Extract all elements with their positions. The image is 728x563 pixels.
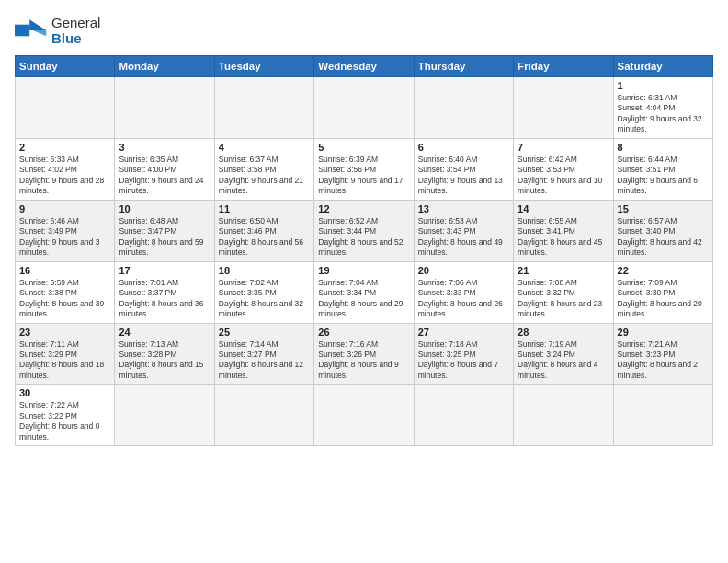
day-info: Sunrise: 7:06 AM Sunset: 3:33 PM Dayligh… bbox=[418, 278, 509, 320]
day-number: 21 bbox=[518, 265, 609, 276]
day-number: 18 bbox=[219, 265, 310, 276]
day-number: 5 bbox=[318, 142, 409, 153]
calendar-cell bbox=[115, 77, 214, 139]
day-number: 11 bbox=[219, 203, 310, 214]
svg-marker-1 bbox=[29, 19, 46, 30]
day-number: 6 bbox=[418, 142, 509, 153]
weekday-header-friday: Friday bbox=[514, 56, 613, 77]
day-info: Sunrise: 6:50 AM Sunset: 3:46 PM Dayligh… bbox=[219, 216, 310, 259]
calendar-cell: 19Sunrise: 7:04 AM Sunset: 3:34 PM Dayli… bbox=[314, 261, 414, 323]
day-number: 24 bbox=[119, 327, 210, 338]
day-info: Sunrise: 6:53 AM Sunset: 3:43 PM Dayligh… bbox=[418, 216, 509, 259]
calendar-cell: 21Sunrise: 7:08 AM Sunset: 3:32 PM Dayli… bbox=[514, 261, 613, 323]
day-number: 14 bbox=[518, 203, 609, 214]
calendar-cell: 7Sunrise: 6:42 AM Sunset: 3:53 PM Daylig… bbox=[514, 138, 613, 200]
day-info: Sunrise: 6:39 AM Sunset: 3:56 PM Dayligh… bbox=[318, 155, 409, 197]
day-number: 15 bbox=[618, 203, 709, 214]
weekday-header-sunday: Sunday bbox=[16, 56, 115, 77]
day-info: Sunrise: 6:52 AM Sunset: 3:44 PM Dayligh… bbox=[318, 216, 409, 259]
calendar-cell: 18Sunrise: 7:02 AM Sunset: 3:35 PM Dayli… bbox=[214, 261, 313, 323]
day-info: Sunrise: 7:19 AM Sunset: 3:24 PM Dayligh… bbox=[518, 339, 609, 382]
day-number: 10 bbox=[119, 203, 210, 214]
day-info: Sunrise: 7:18 AM Sunset: 3:25 PM Dayligh… bbox=[418, 339, 509, 382]
calendar-cell: 10Sunrise: 6:48 AM Sunset: 3:47 PM Dayli… bbox=[115, 200, 214, 261]
calendar-cell bbox=[16, 77, 115, 139]
weekday-header-thursday: Thursday bbox=[414, 56, 513, 77]
day-number: 26 bbox=[318, 327, 409, 338]
calendar-cell bbox=[514, 385, 613, 446]
calendar-cell: 4Sunrise: 6:37 AM Sunset: 3:58 PM Daylig… bbox=[214, 138, 313, 200]
calendar-cell: 15Sunrise: 6:57 AM Sunset: 3:40 PM Dayli… bbox=[613, 200, 712, 261]
day-number: 16 bbox=[19, 265, 110, 276]
day-info: Sunrise: 7:13 AM Sunset: 3:28 PM Dayligh… bbox=[119, 339, 210, 382]
calendar-week-3: 16Sunrise: 6:59 AM Sunset: 3:38 PM Dayli… bbox=[16, 261, 713, 323]
weekday-header-monday: Monday bbox=[115, 56, 214, 77]
calendar-week-5: 30Sunrise: 7:22 AM Sunset: 3:22 PM Dayli… bbox=[16, 385, 713, 446]
weekday-header-saturday: Saturday bbox=[613, 56, 712, 77]
day-info: Sunrise: 7:01 AM Sunset: 3:37 PM Dayligh… bbox=[119, 278, 210, 320]
day-info: Sunrise: 6:55 AM Sunset: 3:41 PM Dayligh… bbox=[518, 216, 609, 259]
day-number: 22 bbox=[618, 265, 709, 276]
day-number: 1 bbox=[618, 80, 709, 91]
day-info: Sunrise: 7:14 AM Sunset: 3:27 PM Dayligh… bbox=[219, 339, 310, 382]
calendar-cell: 12Sunrise: 6:52 AM Sunset: 3:44 PM Dayli… bbox=[314, 200, 414, 261]
calendar-cell: 26Sunrise: 7:16 AM Sunset: 3:26 PM Dayli… bbox=[314, 323, 414, 385]
day-number: 28 bbox=[518, 327, 609, 338]
day-number: 30 bbox=[19, 387, 110, 398]
calendar-week-0: 1Sunrise: 6:31 AM Sunset: 4:04 PM Daylig… bbox=[16, 77, 713, 139]
calendar-cell: 27Sunrise: 7:18 AM Sunset: 3:25 PM Dayli… bbox=[414, 323, 513, 385]
day-info: Sunrise: 7:08 AM Sunset: 3:32 PM Dayligh… bbox=[518, 278, 609, 320]
day-info: Sunrise: 7:11 AM Sunset: 3:29 PM Dayligh… bbox=[19, 339, 110, 382]
calendar-cell bbox=[414, 385, 513, 446]
day-number: 12 bbox=[318, 203, 409, 214]
calendar-cell: 23Sunrise: 7:11 AM Sunset: 3:29 PM Dayli… bbox=[16, 323, 115, 385]
day-info: Sunrise: 7:09 AM Sunset: 3:30 PM Dayligh… bbox=[618, 278, 709, 320]
day-info: Sunrise: 6:46 AM Sunset: 3:49 PM Dayligh… bbox=[19, 216, 110, 259]
calendar-week-1: 2Sunrise: 6:33 AM Sunset: 4:02 PM Daylig… bbox=[16, 138, 713, 200]
svg-marker-2 bbox=[33, 30, 46, 36]
page: General Blue SundayMondayTuesdayWednesda… bbox=[0, 0, 728, 563]
day-number: 9 bbox=[19, 203, 110, 214]
day-number: 29 bbox=[618, 327, 709, 338]
day-info: Sunrise: 7:21 AM Sunset: 3:23 PM Dayligh… bbox=[618, 339, 709, 382]
header: General Blue bbox=[15, 15, 713, 46]
day-info: Sunrise: 6:59 AM Sunset: 3:38 PM Dayligh… bbox=[19, 278, 110, 320]
calendar-week-2: 9Sunrise: 6:46 AM Sunset: 3:49 PM Daylig… bbox=[16, 200, 713, 261]
calendar-cell bbox=[214, 385, 313, 446]
calendar-cell bbox=[414, 77, 513, 139]
calendar-cell: 6Sunrise: 6:40 AM Sunset: 3:54 PM Daylig… bbox=[414, 138, 513, 200]
calendar-cell: 16Sunrise: 6:59 AM Sunset: 3:38 PM Dayli… bbox=[16, 261, 115, 323]
day-number: 19 bbox=[318, 265, 409, 276]
day-info: Sunrise: 7:22 AM Sunset: 3:22 PM Dayligh… bbox=[19, 400, 110, 442]
svg-rect-0 bbox=[15, 25, 29, 37]
day-number: 25 bbox=[219, 327, 310, 338]
calendar-cell: 17Sunrise: 7:01 AM Sunset: 3:37 PM Dayli… bbox=[115, 261, 214, 323]
calendar-cell bbox=[115, 385, 214, 446]
calendar-cell: 24Sunrise: 7:13 AM Sunset: 3:28 PM Dayli… bbox=[115, 323, 214, 385]
calendar-cell bbox=[514, 77, 613, 139]
day-info: Sunrise: 6:57 AM Sunset: 3:40 PM Dayligh… bbox=[618, 216, 709, 259]
logo-icon bbox=[15, 17, 48, 43]
calendar-cell: 2Sunrise: 6:33 AM Sunset: 4:02 PM Daylig… bbox=[16, 138, 115, 200]
calendar-cell: 20Sunrise: 7:06 AM Sunset: 3:33 PM Dayli… bbox=[414, 261, 513, 323]
day-info: Sunrise: 6:37 AM Sunset: 3:58 PM Dayligh… bbox=[219, 155, 310, 197]
calendar-cell: 9Sunrise: 6:46 AM Sunset: 3:49 PM Daylig… bbox=[16, 200, 115, 261]
calendar-cell: 25Sunrise: 7:14 AM Sunset: 3:27 PM Dayli… bbox=[214, 323, 313, 385]
day-info: Sunrise: 7:04 AM Sunset: 3:34 PM Dayligh… bbox=[318, 278, 409, 320]
day-number: 3 bbox=[119, 142, 210, 153]
day-number: 20 bbox=[418, 265, 509, 276]
calendar-cell: 29Sunrise: 7:21 AM Sunset: 3:23 PM Dayli… bbox=[613, 323, 712, 385]
day-info: Sunrise: 7:02 AM Sunset: 3:35 PM Dayligh… bbox=[219, 278, 310, 320]
day-info: Sunrise: 6:35 AM Sunset: 4:00 PM Dayligh… bbox=[119, 155, 210, 197]
calendar-cell: 1Sunrise: 6:31 AM Sunset: 4:04 PM Daylig… bbox=[613, 77, 712, 139]
calendar-cell: 14Sunrise: 6:55 AM Sunset: 3:41 PM Dayli… bbox=[514, 200, 613, 261]
logo-text: General Blue bbox=[51, 15, 100, 46]
day-number: 17 bbox=[119, 265, 210, 276]
day-number: 8 bbox=[618, 142, 709, 153]
calendar-cell bbox=[314, 385, 414, 446]
day-number: 13 bbox=[418, 203, 509, 214]
day-info: Sunrise: 6:42 AM Sunset: 3:53 PM Dayligh… bbox=[518, 155, 609, 197]
day-number: 4 bbox=[219, 142, 310, 153]
calendar: SundayMondayTuesdayWednesdayThursdayFrid… bbox=[15, 55, 713, 446]
day-number: 23 bbox=[19, 327, 110, 338]
